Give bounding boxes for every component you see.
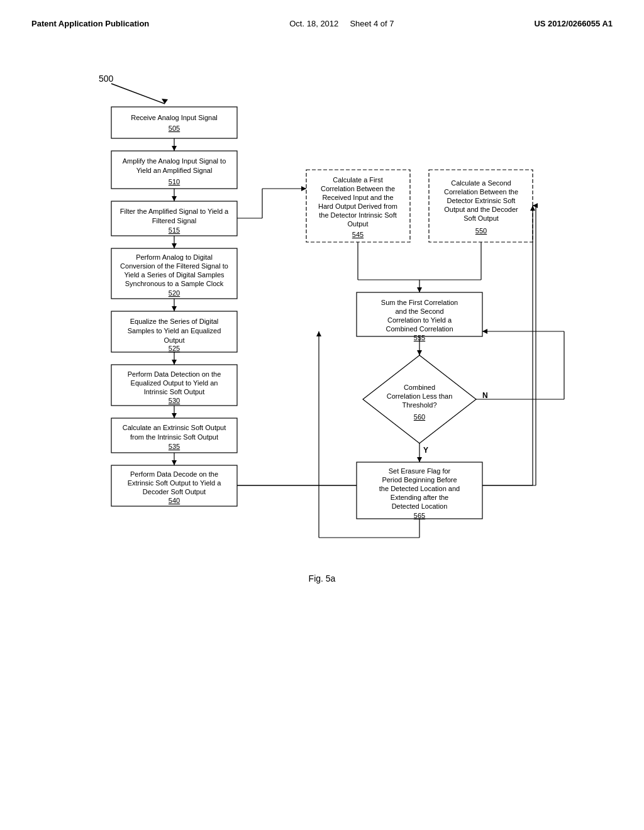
patent-number: US 2012/0266055 A1 (534, 19, 613, 28)
box-505-line1: Receive Analog Input Signal (131, 114, 218, 121)
svg-marker-43 (417, 287, 422, 292)
box-550-line5: Soft Output (464, 214, 499, 222)
date-sheet: Oct. 18, 2012 Sheet 4 of 7 (289, 19, 394, 28)
box-545-ref: 545 (352, 231, 364, 238)
flowchart-svg: 500 Receive Analog Input Signal 505 Ampl… (48, 47, 596, 758)
box-520-line3: Yield a Series of Digital Samples (124, 271, 225, 279)
svg-marker-4 (172, 146, 177, 151)
svg-marker-22 (172, 460, 177, 465)
publication-label: Patent Application Publication (31, 19, 149, 28)
box-530-ref: 530 (169, 397, 180, 404)
svg-marker-46 (417, 350, 422, 355)
box-545-line6: Output (347, 220, 368, 228)
box-535-line1: Calculate an Extrinsic Soft Output (123, 424, 226, 431)
box-565-line2: Period Beginning Before (382, 476, 457, 484)
box-515-ref: 515 (169, 226, 180, 234)
box-510-ref: 510 (169, 178, 180, 185)
box-525-line1: Equalize the Series of Digital (130, 318, 219, 325)
box-565-ref: 565 (414, 512, 425, 519)
box-550-line1: Calculate a Second (451, 179, 511, 187)
box-515-line2: Filtered Signal (152, 217, 196, 224)
box-525-line2: Samples to Yield an Equalized (128, 327, 221, 335)
box-525-ref: 525 (169, 345, 180, 352)
diagram-container: 500 Receive Analog Input Signal 505 Ampl… (48, 47, 596, 758)
box-550-line4: Output and the Decoder (444, 206, 518, 213)
diamond-560-ref: 560 (414, 413, 425, 421)
box-555-line4: Combined Correlation (386, 325, 453, 333)
box-545-line3: Received Input and the (322, 194, 393, 201)
box-535-line2: from the Intrinsic Soft Output (130, 433, 218, 441)
box-510-line1: Amplify the Analog Input Signal to (123, 157, 226, 165)
yes-label: Y (423, 446, 428, 455)
box-520-ref: 520 (169, 289, 180, 297)
svg-marker-51 (482, 329, 487, 334)
box-565-line4: Extending after the (391, 494, 448, 501)
svg-marker-13 (172, 306, 177, 311)
svg-marker-53 (417, 457, 422, 462)
box-520-line2: Conversion of the Filtered Signal to (120, 262, 228, 270)
box-515-line1: Filter the Amplified Signal to Yield a (120, 208, 229, 215)
box-530-line1: Perform Data Detection on the (128, 370, 221, 378)
svg-marker-7 (172, 196, 177, 201)
box-520-line4: Synchronous to a Sample Clock (125, 280, 224, 287)
box-550-ref: 550 (475, 227, 487, 235)
box-550-line3: Detector Extrinsic Soft (447, 197, 516, 204)
svg-marker-16 (172, 360, 177, 365)
box-565-line1: Set Erasure Flag for (389, 467, 451, 475)
box-525-line3: Output (164, 336, 184, 344)
box-555-line2: and the Second (395, 307, 443, 315)
box-565-line3: the Detected Location and (379, 485, 460, 492)
date: Oct. 18, 2012 (289, 19, 338, 28)
svg-marker-10 (172, 243, 177, 248)
no-label: N (482, 391, 488, 400)
svg-line-0 (111, 84, 165, 104)
box-530-line2: Equalized Output to Yield an (131, 379, 218, 387)
svg-marker-27 (301, 186, 306, 191)
box-545-line1: Calculate a First (333, 176, 382, 184)
box-510-line2: Yield an Amplified Signal (136, 167, 213, 174)
box-550-line2: Correlation Between the (444, 188, 518, 196)
box-535-ref: 535 (169, 443, 180, 450)
diagram-label: 500 (99, 74, 114, 84)
box-555-line3: Correlation to Yield a (387, 316, 452, 324)
svg-marker-19 (172, 413, 177, 418)
box-505-ref: 505 (169, 124, 180, 132)
box-545-line4: Hard Output Derived from (318, 202, 397, 210)
page: Patent Application Publication Oct. 18, … (0, 0, 644, 830)
box-565-line5: Detected Location (392, 502, 448, 510)
svg-marker-58 (316, 331, 321, 336)
box-540-line1: Perform Data Decode on the (130, 470, 218, 478)
box-530-line3: Intrinsic Soft Output (144, 388, 205, 396)
page-header: Patent Application Publication Oct. 18, … (31, 19, 613, 35)
box-555-line1: Sum the First Correlation (381, 299, 458, 306)
fig-label: Fig. 5a (309, 573, 336, 584)
box-520-line1: Perform Analog to Digital (136, 253, 213, 261)
box-545-line5: the Detector Intrinsic Soft (319, 211, 397, 219)
box-540-ref: 540 (169, 497, 180, 504)
diamond-560-line3: Threshold? (402, 401, 436, 409)
box-540-line2: Extrinsic Soft Output to Yield a (128, 479, 221, 487)
sheet: Sheet 4 of 7 (350, 19, 394, 28)
diamond-560-line2: Correlation Less than (387, 392, 453, 400)
svg-rect-2 (111, 107, 237, 138)
box-545-line2: Correlation Between the (321, 185, 395, 192)
box-540-line3: Decoder Soft Output (143, 488, 206, 495)
diamond-560-line1: Combined (404, 384, 435, 391)
